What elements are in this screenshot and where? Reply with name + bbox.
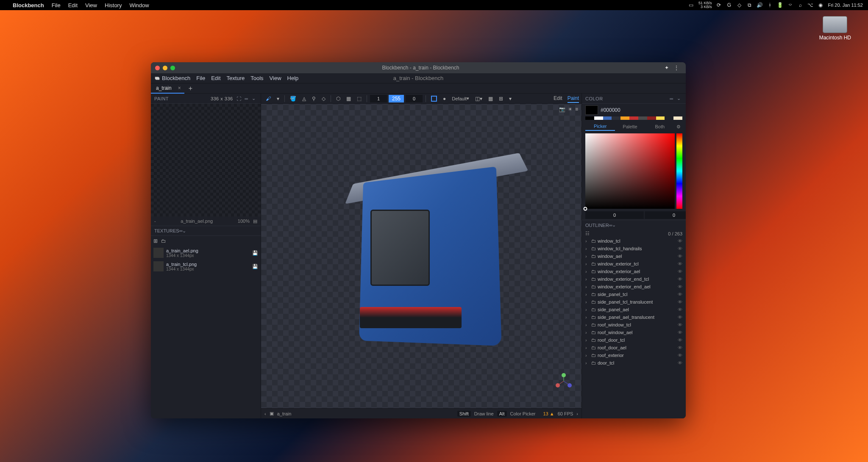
menubar-view[interactable]: View (85, 2, 97, 8)
plugin-icon[interactable]: ✦ (662, 65, 671, 71)
outliner-item[interactable]: ›🗀roof_door_ael👁 (582, 344, 686, 351)
add-tab-button[interactable]: + (184, 85, 197, 92)
save-texture-icon[interactable]: 💾 (252, 250, 258, 256)
shape-square-icon[interactable] (431, 96, 437, 102)
mode-edit[interactable]: Edit (554, 94, 562, 103)
saturation-value-box[interactable] (585, 133, 675, 209)
google-icon[interactable]: G (726, 2, 732, 8)
mirror-icon[interactable]: ⬡ (334, 94, 342, 103)
visibility-icon[interactable]: 👁 (676, 277, 682, 282)
palette-swatch[interactable] (673, 116, 682, 120)
chevron-right-icon[interactable]: › (585, 338, 590, 343)
chevron-right-icon[interactable]: › (585, 238, 590, 243)
sun-icon[interactable]: ☀ (568, 106, 573, 112)
volume-icon[interactable]: 🔊 (757, 2, 762, 8)
visibility-icon[interactable]: 👁 (676, 330, 682, 335)
outliner-item[interactable]: ›🗀roof_door_tcl👁 (582, 336, 686, 344)
palette-swatch[interactable] (638, 116, 647, 120)
brush-softness-input[interactable] (406, 95, 423, 102)
view-dropdown-icon[interactable]: ▾ (507, 94, 514, 103)
user-icon[interactable]: ◉ (818, 2, 823, 8)
palette-swatch[interactable] (629, 116, 638, 120)
camera-icon[interactable]: 📷 (559, 106, 565, 112)
outliner-item[interactable]: ›🗀roof_exterior👁 (582, 351, 686, 359)
menubar-app[interactable]: Blockbench (13, 2, 44, 8)
visibility-icon[interactable]: 👁 (676, 338, 682, 343)
window-titlebar[interactable]: Blockbench - a_train - Blockbench ✦ ⋮ (151, 62, 686, 73)
chevron-right-icon[interactable]: › (585, 246, 590, 251)
frame-icon[interactable]: ⬚ (355, 94, 364, 103)
warn-count[interactable]: 13 (543, 411, 548, 416)
brush-tool-icon[interactable]: 🖌 (264, 94, 273, 103)
uv-zoom[interactable]: 100% (238, 219, 250, 224)
menu-texture[interactable]: Texture (227, 75, 245, 81)
menu-file[interactable]: File (196, 75, 205, 81)
visibility-icon[interactable]: 👁 (676, 360, 682, 365)
outliner-item[interactable]: ›🗀window_tcl👁 (582, 237, 686, 245)
split-icon[interactable]: ◫▾ (473, 94, 484, 103)
close-window-button[interactable] (155, 66, 160, 70)
blockbench-logo[interactable]: Blockbench (154, 75, 190, 81)
views-icon[interactable]: ▦ (486, 94, 495, 103)
hue-slider[interactable] (676, 133, 682, 209)
outliner-item[interactable]: ›🗀window_ael👁 (582, 252, 686, 260)
fill-tool-icon[interactable]: 🪣 (288, 94, 298, 103)
color-picker[interactable] (585, 133, 682, 209)
visibility-icon[interactable]: 👁 (676, 322, 682, 327)
search-icon[interactable]: ⌕ (797, 2, 803, 8)
palette-swatch[interactable] (612, 116, 620, 120)
menubar-clock[interactable]: Fri 20. Jan 11:52 (828, 3, 863, 8)
color-settings-icon[interactable]: ⚙ (675, 124, 682, 130)
options-icon[interactable]: ═ (243, 96, 250, 101)
visibility-icon[interactable]: 👁 (676, 353, 682, 358)
chevron-right-icon[interactable]: › (585, 360, 590, 365)
shape-circle-icon[interactable]: ● (441, 94, 448, 103)
grid-icon[interactable]: ⊞ (497, 94, 505, 103)
battery-icon[interactable]: 🔋 (777, 2, 783, 8)
uv-mode-icon[interactable]: ▤ (250, 219, 257, 224)
visibility-icon[interactable]: 👁 (676, 299, 682, 304)
palette-swatch[interactable] (665, 116, 673, 120)
desktop-macintosh-hd[interactable]: Macintosh HD (819, 16, 851, 41)
new-folder-icon[interactable]: 🗀 (161, 238, 166, 244)
palette-swatch[interactable] (656, 116, 665, 120)
outliner-item[interactable]: ›🗀window_exterior_tcl👁 (582, 260, 686, 268)
menu-icon[interactable]: ≡ (575, 106, 578, 112)
chevron-right-icon[interactable]: › (585, 269, 590, 274)
outliner-options-icon[interactable]: ═ (609, 223, 612, 228)
warning-icon[interactable]: ▲ (550, 411, 554, 416)
visibility-icon[interactable]: 👁 (676, 345, 682, 350)
outliner-item[interactable]: ›🗀side_panel_ael_translucent👁 (582, 313, 686, 321)
3d-view[interactable]: 📷 ☀ ≡ (261, 104, 581, 408)
diamond-icon[interactable]: ◇ (736, 2, 742, 8)
outliner-item[interactable]: ›🗀door_tcl👁 (582, 359, 686, 367)
bluetooth-icon[interactable]: ᚼ (767, 2, 773, 8)
brush-dropdown-icon[interactable]: ▾ (275, 94, 281, 103)
close-tab-icon[interactable]: × (178, 85, 181, 91)
menubar-edit[interactable]: Edit (68, 2, 78, 8)
wifi-icon[interactable]: ⌔ (787, 2, 793, 8)
palette-swatch[interactable] (620, 116, 629, 120)
palette-swatch[interactable] (585, 116, 594, 120)
chevron-right-icon[interactable]: › (585, 353, 590, 358)
color-hex-value[interactable]: #000000 (601, 107, 620, 113)
green-input[interactable] (645, 211, 686, 219)
link-icon[interactable]: ⧉ (746, 2, 752, 8)
menu-edit[interactable]: Edit (211, 75, 220, 81)
add-texture-icon[interactable]: ⊞ (153, 238, 158, 244)
outliner-item[interactable]: ›🗀side_panel_tcl_translucent👁 (582, 298, 686, 306)
lock-icon[interactable]: ▦ (344, 94, 353, 103)
brush-opacity-input[interactable]: 255 (389, 95, 404, 102)
outliner-collapse-icon[interactable]: ⌄ (612, 222, 616, 228)
chevron-right-icon[interactable]: › (585, 277, 590, 282)
maximize-window-button[interactable] (170, 66, 175, 70)
picker-tool-icon[interactable]: ⚲ (310, 94, 318, 103)
outliner-item[interactable]: ›🗀side_panel_tcl👁 (582, 290, 686, 298)
color-palette[interactable] (582, 116, 686, 122)
uv-editor[interactable] (151, 104, 261, 216)
texture-item[interactable]: a_train_tcl.png 1344 x 1344px 💾 (151, 260, 261, 273)
collapse-icon[interactable]: ⌄ (250, 96, 258, 101)
status-forward-icon[interactable]: › (576, 411, 578, 416)
outliner-tree[interactable]: ›🗀window_tcl👁›🗀window_tcl_handrails👁›🗀wi… (582, 237, 686, 418)
chevron-right-icon[interactable]: › (585, 345, 590, 350)
